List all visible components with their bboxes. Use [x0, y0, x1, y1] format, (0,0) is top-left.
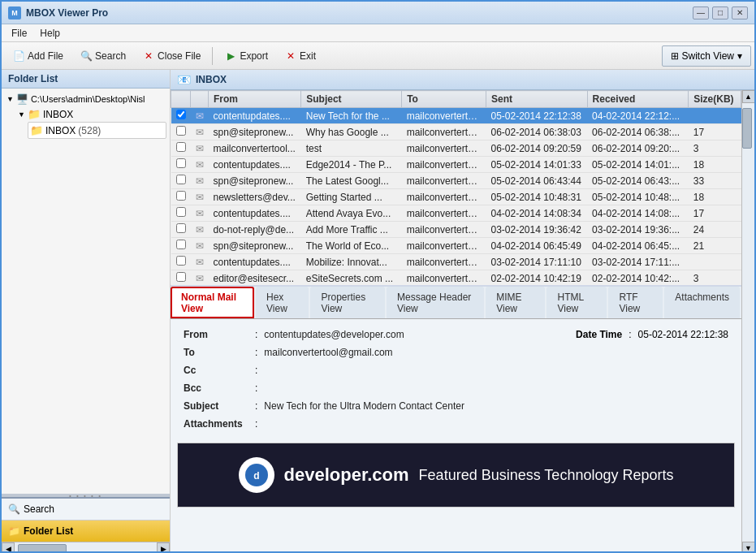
tree-inbox-parent[interactable]: ▼ 📁 INBOX [16, 106, 166, 122]
maximize-button[interactable]: □ [712, 6, 728, 19]
row-checkbox[interactable] [171, 124, 191, 140]
row-checkbox[interactable] [171, 108, 191, 124]
row-sent: 03-02-2014 17:11:10 [486, 254, 588, 270]
table-row[interactable]: ✉ spn@sitepronew... The Latest Googl... … [171, 173, 741, 189]
table-row[interactable]: ✉ spn@sitepronew... Why has Google ... m… [171, 124, 741, 140]
subject-value: New Tech for the Ultra Modern Contact Ce… [264, 400, 464, 412]
folder-icon: 📁 [28, 108, 41, 120]
row-checkbox[interactable] [171, 270, 191, 286]
row-checkbox[interactable] [171, 140, 191, 157]
row-checkbox[interactable] [171, 157, 191, 173]
row-checkbox[interactable] [171, 238, 191, 254]
tree-root[interactable]: ▼ 🖥️ C:\Users\admin\Desktop\Nisl [5, 92, 166, 106]
row-received: 03-02-2014 17:11:... [587, 254, 689, 270]
row-to: mailconvertertool... [402, 189, 486, 205]
tab-properties-view[interactable]: Properties View [310, 287, 385, 318]
detail-row-to: To : mailconvertertool@gmail.com [184, 343, 728, 361]
scroll-left-button[interactable]: ◀ [2, 542, 15, 554]
row-subject: Why has Google ... [301, 124, 402, 140]
tab-attachments[interactable]: Attachments [664, 287, 740, 318]
search-bottom-icon: 🔍 [8, 503, 20, 515]
tab-bar: Normal Mail ViewHex ViewProperties ViewM… [171, 285, 741, 319]
vertical-scrollbar[interactable]: ▲ ▼ [741, 90, 754, 553]
tab-message-header-view[interactable]: Message Header View [387, 287, 484, 318]
menu-help[interactable]: Help [33, 26, 67, 41]
col-envelope [191, 91, 209, 108]
export-button[interactable]: ▶ Export [217, 45, 275, 67]
tab-rtf-view[interactable]: RTF View [608, 287, 663, 318]
scroll-track-vertical[interactable] [742, 103, 755, 542]
scroll-right-button[interactable]: ▶ [157, 542, 170, 554]
envelope-icon: ✉ [196, 257, 204, 268]
detail-row-attachments: Attachments : [184, 415, 728, 433]
row-from: spn@sitepronew... [209, 124, 301, 140]
row-received: 06-02-2014 09:20:... [587, 140, 689, 157]
tree-indent-2: 📁 INBOX (528) [16, 122, 166, 139]
row-envelope: ✉ [191, 157, 209, 173]
close-file-button[interactable]: ✕ Close File [135, 45, 208, 67]
row-checkbox[interactable] [171, 173, 191, 189]
table-row[interactable]: ✉ newsletters@dev... Getting Started ...… [171, 189, 741, 205]
table-row[interactable]: ✉ spn@sitepronew... The World of Eco... … [171, 238, 741, 254]
table-row[interactable]: ✉ mailconvertertool... test mailconverte… [171, 140, 741, 157]
row-envelope: ✉ [191, 270, 209, 286]
table-row[interactable]: ✉ editor@esitesecr... eSiteSecrets.com .… [171, 270, 741, 286]
row-subject: Edge2014 - The P... [301, 157, 402, 173]
switch-view-button[interactable]: ⊞ Switch View ▾ [662, 45, 751, 67]
scroll-thumb[interactable] [18, 544, 67, 554]
scroll-track[interactable] [15, 542, 157, 554]
table-row[interactable]: ✉ do-not-reply@de... Add More Traffic ..… [171, 222, 741, 238]
subject-colon: : [255, 400, 257, 412]
attachments-label: Attachments [184, 418, 248, 430]
row-from: editor@esitesecr... [209, 270, 301, 286]
title-bar: M MBOX Viewer Pro — □ ✕ [2, 2, 754, 24]
from-colon: : [255, 329, 257, 340]
table-row[interactable]: ✉ contentupdates.... New Tech for the ..… [171, 108, 741, 124]
envelope-icon: ✉ [196, 143, 204, 154]
expand-icon-2: ▼ [18, 110, 25, 119]
tab-mime-view[interactable]: MIME View [486, 287, 545, 318]
tree-indent-1: ▼ 📁 INBOX 📁 INBOX (528) [5, 106, 166, 139]
row-envelope: ✉ [191, 238, 209, 254]
row-checkbox[interactable] [171, 205, 191, 222]
add-file-button[interactable]: 📄 Add File [5, 45, 71, 67]
cc-label: Cc [184, 365, 248, 376]
folder-bottom-icon: 📁 [8, 525, 20, 537]
tree-inbox-item[interactable]: 📁 INBOX (528) [28, 122, 166, 139]
tab-html-view[interactable]: HTML View [546, 287, 607, 318]
horizontal-scrollbar[interactable]: ◀ ▶ [2, 542, 170, 553]
exit-button[interactable]: ✕ Exit [277, 45, 323, 67]
menu-file[interactable]: File [5, 26, 33, 41]
scroll-thumb-vertical[interactable] [742, 108, 752, 149]
detail-row-cc: Cc : [184, 361, 728, 379]
row-to: mailconvertertool... [402, 140, 486, 157]
email-table-container: From Subject To Sent Received Size(KB) ✉… [171, 90, 741, 285]
tab-normal-mail-view[interactable]: Normal Mail View [171, 287, 254, 318]
col-checkbox [171, 91, 191, 108]
envelope-icon: ✉ [196, 110, 204, 122]
scroll-down-button[interactable]: ▼ [742, 542, 755, 553]
row-envelope: ✉ [191, 124, 209, 140]
search-bottom-button[interactable]: 🔍 Search [2, 499, 170, 521]
detail-row-bcc: Bcc : [184, 379, 728, 397]
minimize-button[interactable]: — [693, 6, 709, 19]
title-bar-controls: — □ ✕ [693, 6, 748, 19]
row-size: 3 [689, 140, 741, 157]
row-sent: 05-02-2014 06:43:44 [486, 173, 588, 189]
inbox-header: 📧 INBOX [171, 70, 754, 90]
row-checkbox[interactable] [171, 189, 191, 205]
folder-list-bottom-button[interactable]: 📁 Folder List [2, 521, 170, 542]
row-checkbox[interactable] [171, 254, 191, 270]
row-checkbox[interactable] [171, 222, 191, 238]
close-button[interactable]: ✕ [732, 6, 748, 19]
cc-value: : [255, 365, 257, 376]
scroll-up-button[interactable]: ▲ [742, 90, 755, 103]
row-subject: New Tech for the ... [301, 108, 402, 124]
table-row[interactable]: ✉ contentupdates.... Edge2014 - The P...… [171, 157, 741, 173]
search-toolbar-button[interactable]: 🔍 Search [72, 45, 133, 67]
table-row[interactable]: ✉ contentupdates.... Attend Avaya Evo...… [171, 205, 741, 222]
tab-hex-view[interactable]: Hex View [256, 287, 309, 318]
table-row[interactable]: ✉ contentupdates.... Mobilize: Innovat..… [171, 254, 741, 270]
developer-banner: d developer.com Featured Business Techno… [178, 443, 734, 507]
inbox-label: INBOX [45, 125, 76, 136]
